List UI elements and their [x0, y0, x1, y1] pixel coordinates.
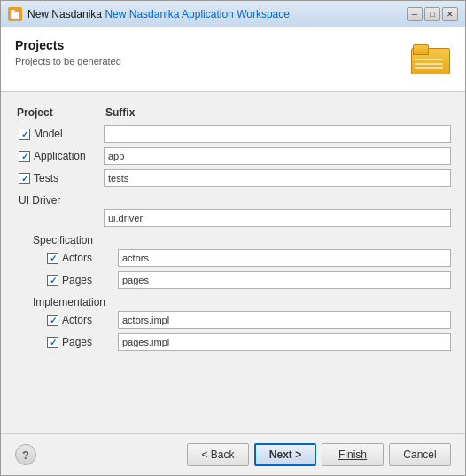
projects-icon-container — [408, 38, 451, 81]
spec-pages-label-col: Pages — [29, 274, 118, 286]
application-checkbox[interactable] — [19, 151, 30, 162]
back-button[interactable]: < Back — [187, 443, 249, 466]
window-controls: ─ □ ✕ — [407, 7, 458, 21]
folder-lines — [415, 59, 443, 69]
impl-pages-checkbox[interactable] — [47, 337, 58, 348]
impl-pages-row: Pages — [29, 332, 451, 352]
impl-actors-label: Actors — [62, 314, 92, 326]
tests-label: Tests — [34, 172, 58, 184]
application-row: Application — [15, 146, 451, 166]
impl-actors-input[interactable] — [118, 311, 451, 329]
spec-pages-input[interactable] — [118, 271, 451, 289]
nav-buttons: < Back Next > Finish Cancel — [187, 443, 451, 466]
implementation-label: Implementation — [29, 293, 451, 310]
page-subtitle: Projects to be generated — [15, 56, 121, 66]
finish-label: Finish — [338, 449, 367, 461]
model-label: Model — [34, 128, 63, 140]
impl-actors-checkbox[interactable] — [47, 315, 58, 326]
specification-section: Specification Actors Pages — [15, 230, 451, 290]
page-header: Projects Projects to be generated — [1, 27, 465, 92]
bottom-bar: ? < Back Next > Finish Cancel — [1, 433, 465, 475]
impl-actors-value-col — [118, 311, 451, 329]
maximize-button[interactable]: □ — [424, 7, 440, 21]
ui-driver-row — [15, 208, 451, 228]
ui-driver-input[interactable] — [104, 209, 451, 227]
spec-actors-input[interactable] — [118, 249, 451, 267]
column-headers: Project Suffix — [15, 103, 451, 121]
folder-line-2 — [415, 63, 443, 65]
model-input[interactable] — [104, 125, 451, 143]
help-button[interactable]: ? — [15, 444, 36, 465]
close-button[interactable]: ✕ — [442, 7, 458, 21]
tests-input[interactable] — [104, 169, 451, 187]
folder-line-3 — [415, 67, 443, 69]
page-title: Projects — [15, 38, 121, 52]
spec-actors-label-col: Actors — [29, 252, 118, 264]
tests-row: Tests — [15, 168, 451, 188]
folder-icon — [411, 44, 448, 74]
ui-driver-section-label: UI Driver — [15, 191, 451, 208]
spec-actors-value-col — [118, 249, 451, 267]
spec-pages-value-col — [118, 271, 451, 289]
specification-label: Specification — [29, 230, 451, 248]
ui-driver-value-col — [104, 209, 451, 227]
impl-pages-value-col — [118, 333, 451, 351]
suffix-column-header: Suffix — [105, 106, 449, 119]
tests-checkbox[interactable] — [19, 173, 30, 184]
impl-actors-row: Actors — [29, 310, 451, 330]
minimize-button[interactable]: ─ — [407, 7, 423, 21]
implementation-section: Implementation Actors Pages — [15, 293, 451, 352]
spec-actors-label: Actors — [62, 252, 92, 264]
content-area: Projects Projects to be generated Projec… — [1, 27, 465, 475]
spec-pages-row: Pages — [29, 270, 451, 290]
impl-pages-label-col: Pages — [29, 336, 118, 348]
tests-value-col — [104, 169, 451, 187]
main-window: New Nasdanika New Nasdanika Application … — [0, 0, 466, 476]
application-label-col: Application — [15, 150, 104, 162]
next-button[interactable]: Next > — [254, 443, 316, 466]
application-label: Application — [34, 150, 86, 162]
titlebar: New Nasdanika New Nasdanika Application … — [1, 1, 465, 27]
spec-actors-checkbox[interactable] — [47, 253, 58, 264]
application-input[interactable] — [104, 147, 451, 165]
window-icon — [8, 7, 22, 21]
model-label-col: Model — [15, 128, 104, 140]
model-checkbox[interactable] — [19, 129, 30, 140]
spec-actors-row: Actors — [29, 248, 451, 268]
spec-pages-checkbox[interactable] — [47, 275, 58, 286]
cancel-button[interactable]: Cancel — [389, 443, 451, 466]
svg-rect-1 — [11, 10, 15, 12]
form-area: Project Suffix Model Application — [1, 92, 465, 433]
model-value-col — [104, 125, 451, 143]
window-title: New Nasdanika New Nasdanika Application … — [27, 8, 401, 20]
impl-pages-label: Pages — [62, 336, 92, 348]
project-column-header: Project — [17, 106, 105, 119]
application-value-col — [104, 147, 451, 165]
impl-pages-input[interactable] — [118, 333, 451, 351]
spec-pages-label: Pages — [62, 274, 92, 286]
tests-label-col: Tests — [15, 172, 104, 184]
folder-line-1 — [415, 59, 443, 60]
impl-actors-label-col: Actors — [29, 314, 118, 326]
finish-button[interactable]: Finish — [322, 443, 384, 466]
page-header-text: Projects Projects to be generated — [15, 38, 121, 66]
model-row: Model — [15, 124, 451, 144]
